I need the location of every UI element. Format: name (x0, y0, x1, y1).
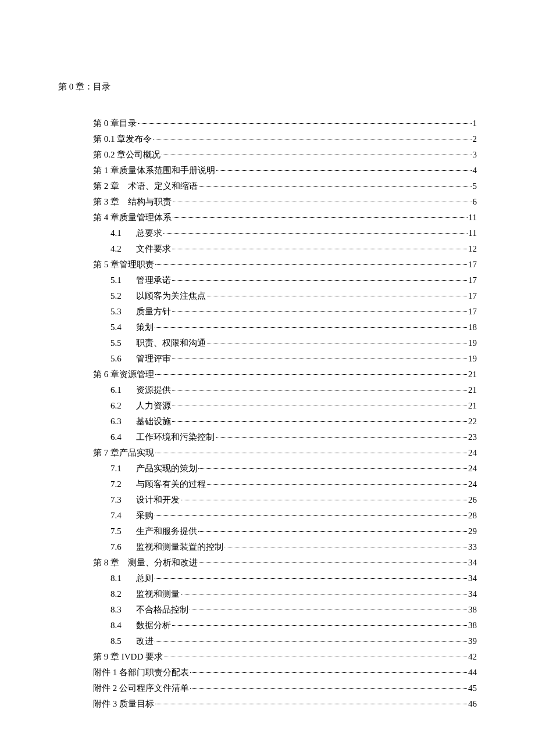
toc-entry-label: 监视和测量装置的控制 (136, 539, 223, 555)
toc-leader-dots (164, 657, 467, 657)
toc-leader-dots (155, 374, 467, 375)
toc-leader-dots (181, 500, 467, 500)
toc-entry-number: 5.5 (110, 335, 136, 351)
toc-entry-page: 42 (468, 649, 477, 665)
toc-entry-label: 第 1 章质量体系范围和手册说明 (93, 163, 215, 178)
toc-leader-dots (199, 562, 467, 563)
toc-entry-number: 5.6 (110, 351, 136, 367)
toc-leader-dots (190, 688, 467, 689)
toc-leader-dots (207, 484, 467, 485)
toc-entry-page: 17 (468, 304, 477, 320)
toc-entry-label: 与顾客有关的过程 (136, 476, 206, 492)
toc-entry: 第 3 章 结构与职责6 (93, 194, 477, 210)
toc-subentry: 7.6监视和测量装置的控制33 (93, 539, 477, 555)
toc-entry-page: 29 (468, 524, 477, 539)
toc-entry-label: 改进 (136, 633, 154, 649)
toc-subentry: 6.2人力资源21 (93, 398, 477, 414)
toc-entry-number: 6.1 (110, 382, 136, 398)
toc-entry: 第 6 章资源管理21 (93, 367, 477, 382)
toc-leader-dots (216, 437, 467, 438)
toc-entry-number: 8.2 (110, 586, 136, 602)
toc-entry-label: 第 8 章 测量、分析和改进 (93, 555, 198, 571)
toc-entry-page: 23 (468, 429, 477, 445)
toc-entry-label: 第 3 章 结构与职责 (93, 194, 172, 210)
toc-subentry: 4.2文件要求12 (93, 241, 477, 257)
toc-entry-label: 附件 2 公司程序文件清单 (93, 680, 189, 696)
toc-entry: 第 4 章质量管理体系11 (93, 210, 477, 225)
toc-subentry: 7.2与顾客有关的过程24 (93, 476, 477, 492)
toc-entry: 第 2 章 术语、定义和缩语5 (93, 178, 477, 194)
toc-entry: 第 8 章 测量、分析和改进34 (93, 555, 477, 571)
toc-leader-dots (155, 704, 467, 704)
toc-entry-page: 34 (468, 555, 477, 571)
toc-leader-dots (198, 468, 467, 469)
toc-entry-label: 产品实现的策划 (136, 461, 197, 476)
toc-entry-number: 7.5 (110, 524, 136, 539)
toc-entry-page: 3 (473, 147, 477, 163)
toc-entry-page: 17 (468, 257, 477, 273)
toc-leader-dots (173, 217, 468, 218)
toc-entry-number: 7.2 (110, 476, 136, 492)
toc-leader-dots (190, 672, 467, 673)
toc-leader-dots (163, 233, 468, 234)
toc-subentry: 5.4策划18 (93, 320, 477, 335)
toc-subentry: 8.2监视和测量34 (93, 586, 477, 602)
toc-entry-number: 8.4 (110, 618, 136, 633)
toc-entry-label: 采购 (136, 508, 154, 524)
toc-entry-label: 第 7 章产品实现 (93, 445, 154, 461)
toc-leader-dots (172, 625, 467, 626)
toc-entry-number: 5.4 (110, 320, 136, 335)
toc-entry-page: 11 (469, 225, 477, 241)
toc-entry-number: 8.1 (110, 571, 136, 586)
toc-subentry: 8.3不合格品控制38 (93, 602, 477, 618)
toc-entry-label: 质量方针 (136, 304, 171, 320)
toc-leader-dots (155, 327, 467, 328)
toc-subentry: 7.3设计和开发26 (93, 492, 477, 508)
toc-entry-label: 第 9 章 IVDD 要求 (93, 649, 163, 665)
toc-entry-label: 策划 (136, 320, 154, 335)
toc-entry-page: 1 (473, 116, 477, 131)
toc-leader-dots (155, 515, 467, 516)
toc-entry-page: 2 (473, 131, 477, 147)
toc-entry: 第 0 章目录1 (93, 116, 477, 131)
toc-entry-label: 基础设施 (136, 414, 171, 429)
toc-entry-number: 7.4 (110, 508, 136, 524)
toc-entry-label: 第 2 章 术语、定义和缩语 (93, 178, 198, 194)
toc-subentry: 7.4采购28 (93, 508, 477, 524)
toc-entry-number: 5.3 (110, 304, 136, 320)
toc-subentry: 5.5职责、权限和沟通19 (93, 335, 477, 351)
toc-leader-dots (190, 610, 467, 610)
toc-leader-dots (198, 531, 467, 532)
toc-leader-dots (173, 202, 472, 202)
toc-entry-label: 文件要求 (136, 241, 171, 257)
toc-entry-number: 5.2 (110, 288, 136, 304)
toc-subentry: 8.4数据分析38 (93, 618, 477, 633)
toc-entry-number: 7.3 (110, 492, 136, 508)
toc-subentry: 6.3基础设施22 (93, 414, 477, 429)
toc-entry-number: 6.3 (110, 414, 136, 429)
toc-entry-label: 数据分析 (136, 618, 171, 633)
toc-leader-dots (155, 453, 467, 453)
toc-leader-dots (172, 421, 467, 422)
toc-entry-number: 4.2 (110, 241, 136, 257)
toc-entry-number: 5.1 (110, 273, 136, 288)
toc-entry-page: 5 (473, 178, 477, 194)
toc-leader-dots (138, 123, 472, 124)
toc-entry-page: 26 (468, 492, 477, 508)
toc-entry-label: 第 0.1 章发布令 (93, 131, 152, 147)
toc-entry-page: 19 (468, 335, 477, 351)
toc-subentry: 5.1管理承诺17 (93, 273, 477, 288)
toc-entry-label: 以顾客为关注焦点 (136, 288, 206, 304)
toc-entry-number: 8.3 (110, 602, 136, 618)
toc-leader-dots (153, 139, 471, 139)
toc-entry-label: 工作环境和污染控制 (136, 429, 215, 445)
toc-entry: 第 9 章 IVDD 要求42 (93, 649, 477, 665)
toc-entry-label: 监视和测量 (136, 586, 180, 602)
toc-entry-label: 第 0.2 章公司概况 (93, 147, 160, 163)
toc-entry-page: 21 (468, 367, 477, 382)
toc-entry-page: 17 (468, 288, 477, 304)
toc-entry-number: 8.5 (110, 633, 136, 649)
toc-leader-dots (224, 547, 467, 547)
toc-subentry: 5.3质量方针17 (93, 304, 477, 320)
toc-entry-label: 第 5 章管理职责 (93, 257, 154, 273)
